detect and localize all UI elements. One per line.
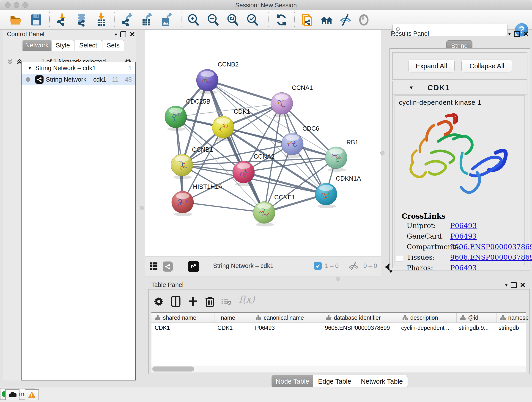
column-header-name[interactable]: name [215,313,252,322]
control-panel-collapse-icon[interactable]: ▾ [115,32,117,37]
zoom-selected-icon[interactable] [246,13,259,27]
zoom-in-icon[interactable] [186,13,200,27]
column-header-namespac[interactable]: namespac [497,313,528,322]
network-edge-CCNB2-CCNE1[interactable] [207,80,264,212]
crosslink-label: Pharos: [407,264,450,272]
column-header-label: shared name [163,314,196,321]
table-cell[interactable]: 9606.ENSP00000378699 [322,325,398,331]
network-node-RB1[interactable] [325,147,347,172]
table-panel-title: Table Panel [151,281,184,288]
expand-all-button[interactable]: Expand All [408,60,455,72]
tree-expander-icon[interactable]: ▼ [27,65,32,71]
houses-icon[interactable] [320,13,334,27]
open-session-icon[interactable] [9,13,23,27]
tab-node-table[interactable]: Node Table [272,375,313,388]
network-canvas[interactable]: CCNB2CCNA1CDC25BCDK1CDC6RB1CCNB1CCNA2CDK… [145,30,381,256]
delete-column-icon[interactable] [205,296,215,307]
cloud-button[interactable] [5,389,19,400]
column-header-shared-name[interactable]: shared name [152,313,215,322]
export-table-icon[interactable] [140,13,153,27]
control-panel-tabs: NetworkStyleSelectSets [3,40,136,51]
collapse-all-button[interactable]: Collapse All [462,60,512,72]
export-network-icon[interactable] [120,13,134,27]
table-panel-collapse-icon[interactable]: ▾ [505,282,507,288]
table-cell[interactable]: stringdb:9... [456,325,495,331]
results-panel-close-icon[interactable]: ✕ [523,31,529,37]
table-gear-icon[interactable] [154,296,164,306]
collapse-all-icon[interactable] [6,58,14,65]
import-network-icon[interactable] [56,13,69,27]
export-image-icon[interactable] [159,13,173,27]
gray-eye-icon[interactable] [357,13,371,27]
selected-checkbox-icon[interactable] [314,262,322,270]
column-header-canonical-name[interactable]: canonical name [252,313,322,322]
gene-expander-icon[interactable]: ▼ [409,85,414,91]
table-cell[interactable]: P06493 [252,325,322,331]
import-database-icon[interactable] [75,13,89,27]
tab-select[interactable]: Select [74,40,102,51]
network-node-CCNA1[interactable] [271,92,293,117]
split-columns-icon[interactable] [171,296,181,307]
column-header--id[interactable]: @id [457,313,497,322]
column-header-description[interactable]: description [399,313,457,322]
open-view-icon[interactable] [188,261,199,272]
gene-card-header[interactable]: ▼ CDK1 [393,81,527,95]
network-node-CDC25B[interactable] [165,106,187,131]
results-panel-float-icon[interactable] [514,31,520,37]
delete-table-icon [221,298,232,306]
network-node-CCNE1[interactable] [253,201,275,226]
tab-network[interactable]: Network [22,40,51,51]
table-row[interactable]: CDK1CDK1P064939606.ENSP00000378699cyclin… [152,323,526,333]
node-table: shared namenamecanonical namedatabase id… [152,313,526,366]
table-cell[interactable]: CDK1 [152,325,214,331]
right-splitter-handle[interactable] [380,151,385,155]
tab-network-table[interactable]: Network Table [356,375,408,388]
network-node-CCNB1[interactable] [171,154,193,179]
warning-button[interactable] [25,389,39,400]
table-cell[interactable]: CDK1 [214,325,252,331]
share-view-icon[interactable] [163,262,173,272]
left-splitter-handle[interactable] [140,206,144,210]
results-scroll-corner [396,256,403,262]
column-header-database-identifier[interactable]: database identifier [322,313,399,322]
zoom-fit-icon[interactable] [226,13,240,27]
import-table-icon[interactable] [94,13,108,27]
save-session-icon[interactable] [29,13,43,27]
grid-view-icon[interactable] [149,262,158,271]
add-column-icon[interactable] [188,296,198,307]
network-node-HIST1H1A[interactable] [172,191,194,216]
tab-sets[interactable]: Sets [102,40,124,51]
network-edge-CCNE1-HIST1H1A[interactable] [183,202,264,212]
table-horizontal-scrollbar[interactable] [152,366,526,372]
crosslink-value-link[interactable]: P06493 [450,232,477,240]
network-row-selected[interactable]: String Network – cdk1 11 48 [22,74,135,85]
network-collection-row[interactable]: ▼ String Network – cdk1 1 [22,62,135,74]
table-cell[interactable]: stringdb [495,325,526,331]
collection-label: String Network – cdk1 [35,65,96,72]
crosslink-value-link[interactable]: P06493 [450,222,477,230]
tab-style[interactable]: Style [51,40,74,51]
results-panel-collapse-icon[interactable]: ▾ [508,31,511,37]
scrollbar-thumb[interactable] [152,366,194,371]
refresh-icon[interactable] [274,13,288,27]
crosslink-value-link[interactable]: 9606.ENSP00000378699 [450,243,532,251]
zoom-out-icon[interactable] [206,13,220,27]
table-panel-close-icon[interactable]: ✕ [520,282,526,288]
control-panel-title: Control Panel [7,31,44,38]
node-label-CCNE1: CCNE1 [274,194,295,201]
copy-share-document-icon[interactable] [300,13,314,27]
hide-eye-icon[interactable] [339,13,352,27]
bottom-splitter-handle[interactable] [336,277,340,281]
network-tree: ▼ String Network – cdk1 1 String Network… [21,62,136,380]
crosslink-value-link[interactable]: 9606.ENSP00000378699 [450,253,532,261]
table-panel-float-icon[interactable] [511,282,517,288]
crosslink-value-link[interactable]: P06493 [450,264,477,272]
tab-edge-table[interactable]: Edge Table [313,375,356,388]
table-cell[interactable]: cyclin-dependent ... [398,325,456,331]
control-panel-float-icon[interactable] [120,32,126,37]
control-panel-close-icon[interactable]: ✕ [129,32,135,37]
network-edge-CCNB2-CCNA1[interactable] [207,80,282,103]
network-node-CDK1[interactable] [212,116,234,141]
network-node-CDKN1A[interactable] [315,183,337,208]
table-panel-header: Table Panel ▾ ✕ [148,281,529,290]
